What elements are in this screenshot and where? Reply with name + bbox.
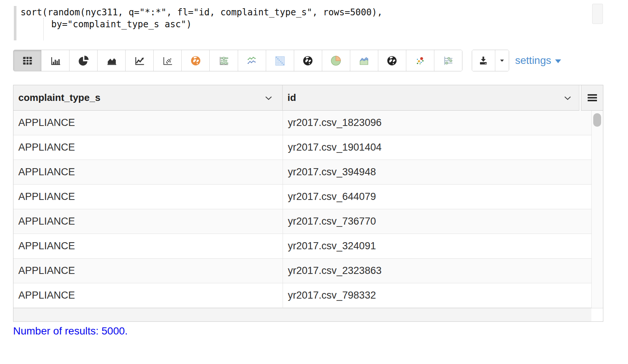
cell-id: yr2017.csv_2323863 <box>283 259 603 283</box>
table-body: APPLIANCE yr2017.csv_1823096 APPLIANCE y… <box>13 111 603 308</box>
settings-dropdown[interactable]: settings <box>515 50 561 71</box>
cell-complaint: APPLIANCE <box>13 209 283 234</box>
table-row[interactable]: APPLIANCE yr2017.csv_736770 <box>13 209 603 234</box>
globe-orange-icon <box>190 55 202 67</box>
bubble-matrix-icon <box>218 55 230 67</box>
viz-button-heatmap[interactable] <box>266 50 294 71</box>
sliders-icon <box>442 55 454 67</box>
table-row[interactable]: APPLIANCE yr2017.csv_394948 <box>13 160 603 185</box>
code-editor[interactable]: sort(random(nyc311, q="*:*", fl="id, com… <box>13 4 589 43</box>
viz-button-table[interactable] <box>13 50 41 71</box>
table-row[interactable]: APPLIANCE yr2017.csv_2323863 <box>13 259 603 283</box>
viz-button-scatter-plot[interactable] <box>153 50 181 71</box>
cell-id: yr2017.csv_736770 <box>283 209 603 234</box>
cell-id: yr2017.csv_394948 <box>283 160 603 184</box>
column-header-label: id <box>287 92 296 103</box>
cell-complaint: APPLIANCE <box>13 111 283 135</box>
globe-dark-icon <box>302 55 314 67</box>
download-icon <box>478 55 489 66</box>
cell-complaint: APPLIANCE <box>13 259 283 283</box>
viz-button-group <box>13 50 462 71</box>
table-row[interactable]: APPLIANCE yr2017.csv_324091 <box>13 234 603 259</box>
area-colored-icon <box>358 55 370 67</box>
scrollbar-corner <box>591 308 603 321</box>
column-header-label: complaint_type_s <box>18 92 101 103</box>
viz-button-area-colored[interactable] <box>350 50 378 71</box>
settings-label: settings <box>515 55 551 67</box>
viz-button-multi-line[interactable] <box>238 50 266 71</box>
column-header-id[interactable]: id <box>283 85 579 111</box>
cell-complaint: APPLIANCE <box>13 135 283 160</box>
pie-chart-icon <box>77 55 90 67</box>
table-row[interactable]: APPLIANCE yr2017.csv_1901404 <box>13 135 603 160</box>
code-line-2[interactable]: by="complaint_type_s asc") <box>51 19 192 30</box>
vertical-scrollbar-thumb[interactable] <box>593 113 601 127</box>
table-row[interactable]: APPLIANCE yr2017.csv_798332 <box>13 283 603 308</box>
viz-button-pie-chart[interactable] <box>69 50 97 71</box>
pie-colored-icon <box>330 55 342 67</box>
heatmap-icon <box>274 55 286 67</box>
viz-button-pie-colored[interactable] <box>322 50 350 71</box>
globe-dark-icon <box>386 55 398 67</box>
cell-complaint: APPLIANCE <box>13 185 283 209</box>
cell-complaint: APPLIANCE <box>13 160 283 184</box>
caret-down-icon <box>498 57 506 64</box>
viz-button-scatter-colored[interactable] <box>406 50 434 71</box>
column-header-complaint-type[interactable]: complaint_type_s <box>13 85 283 111</box>
download-options-button[interactable] <box>495 50 509 71</box>
viz-button-line-chart[interactable] <box>125 50 153 71</box>
hamburger-menu-icon <box>587 94 597 102</box>
download-button[interactable] <box>472 50 495 71</box>
code-line-1[interactable]: sort(random(nyc311, q="*:*", fl="id, com… <box>21 7 382 18</box>
cell-complaint: APPLIANCE <box>13 234 283 258</box>
editor-scrollbar[interactable] <box>592 4 603 24</box>
vertical-scrollbar[interactable] <box>591 111 603 308</box>
caret-down-icon <box>555 58 561 64</box>
scatter-colored-icon <box>414 55 426 67</box>
viz-button-globe-1[interactable] <box>294 50 322 71</box>
viz-button-globe-2[interactable] <box>378 50 406 71</box>
results-table: complaint_type_s id <box>13 85 603 322</box>
editor-gutter <box>14 6 16 40</box>
cell-id: yr2017.csv_324091 <box>283 234 603 258</box>
viz-button-area-chart[interactable] <box>97 50 125 71</box>
download-button-group <box>472 50 509 71</box>
area-chart-icon <box>105 55 118 67</box>
horizontal-scrollbar-track[interactable] <box>13 308 603 321</box>
cell-id: yr2017.csv_1901404 <box>283 135 603 160</box>
viz-button-bar-chart[interactable] <box>41 50 69 71</box>
indent-guide <box>43 18 44 40</box>
table-icon <box>21 55 34 67</box>
table-header: complaint_type_s id <box>13 85 603 111</box>
cell-id: yr2017.csv_798332 <box>283 283 603 308</box>
table-menu-button[interactable] <box>581 85 603 111</box>
scatter-plot-icon <box>161 55 174 67</box>
results-count-text: Number of results: 5000. <box>13 325 128 337</box>
cell-complaint: APPLIANCE <box>13 283 283 308</box>
chevron-down-icon[interactable] <box>564 96 571 100</box>
visualization-toolbar: settings <box>0 50 628 71</box>
chevron-down-icon[interactable] <box>265 96 272 100</box>
viz-button-globe-orange[interactable] <box>181 50 209 71</box>
cell-id: yr2017.csv_1823096 <box>283 111 603 135</box>
viz-button-sliders[interactable] <box>434 50 462 71</box>
cell-id: yr2017.csv_644079 <box>283 185 603 209</box>
bar-chart-icon <box>49 55 62 67</box>
line-chart-icon <box>133 55 146 67</box>
multi-line-icon <box>246 55 258 67</box>
viz-button-bubble-matrix[interactable] <box>209 50 237 71</box>
table-row[interactable]: APPLIANCE yr2017.csv_1823096 <box>13 111 603 135</box>
table-row[interactable]: APPLIANCE yr2017.csv_644079 <box>13 185 603 209</box>
